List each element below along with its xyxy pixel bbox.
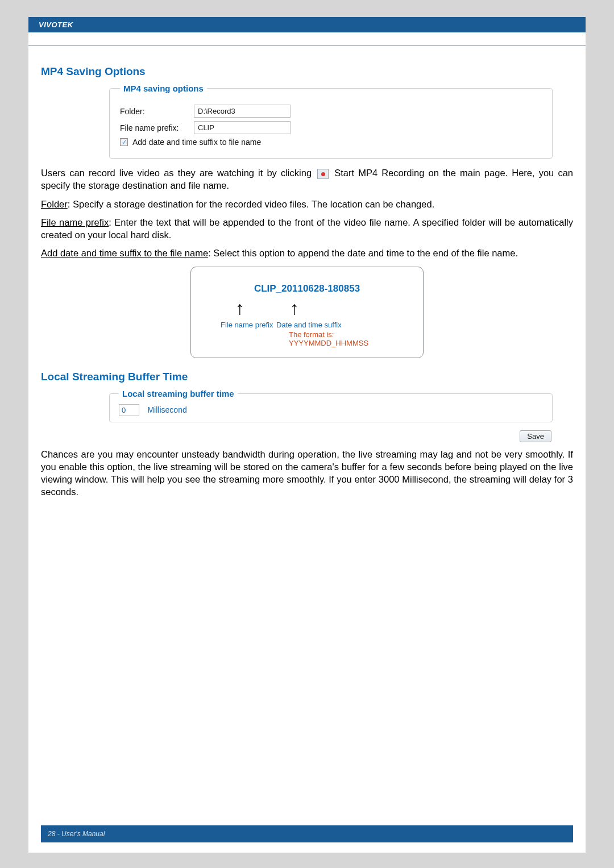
para1-a: Users can record live video as they are … (41, 168, 316, 178)
example-clip-name: CLIP_20110628-180853 (208, 283, 406, 294)
para4-rest: : Select this option to append the date … (208, 248, 518, 258)
para3-u: File name prefix (41, 217, 109, 227)
mp4-options-fieldset: MP4 saving options Folder: File name pre… (109, 84, 553, 159)
example-prefix-label: File name prefix (208, 321, 276, 329)
buffer-unit: Millisecond (147, 405, 186, 414)
add-suffix-label: Add date and time suffix to file name (132, 138, 261, 147)
example-format-label: The format is: YYYYMMDD_HHMMSS (208, 330, 406, 347)
buffer-heading: Local Streaming Buffer Time (41, 371, 573, 383)
buffer-legend: Local streaming buffer time (119, 389, 238, 398)
para-suffix: Add date and time suffix to the file nam… (41, 247, 573, 259)
checkmark-icon: ✓ (122, 139, 127, 146)
mp4-options-legend: MP4 saving options (120, 84, 207, 93)
prefix-row: File name prefix: (120, 121, 542, 134)
para4-u: Add date and time suffix to the file nam… (41, 248, 208, 258)
prefix-label: File name prefix: (120, 123, 194, 132)
save-row: Save (41, 430, 573, 442)
para2-rest: : Specify a storage destination for the … (68, 199, 434, 209)
suffix-row: ✓ Add date and time suffix to file name (120, 138, 542, 147)
save-button[interactable]: Save (520, 430, 551, 442)
footer-bar: 28 - User's Manual (41, 825, 573, 842)
para-buffer: Chances are you may encounter unsteady b… (41, 448, 573, 499)
brand-text: VIVOTEK (39, 20, 73, 29)
footer-text: 28 - User's Manual (48, 830, 105, 838)
prefix-input[interactable] (194, 121, 291, 134)
para-folder: Folder: Specify a storage destination fo… (41, 198, 573, 210)
content-area: MP4 Saving Options MP4 saving options Fo… (28, 46, 586, 499)
filename-example-box: CLIP_20110628-180853 ↑ ↑ File name prefi… (190, 267, 424, 358)
folder-row: Folder: (120, 105, 542, 118)
para-record: Users can record live video as they are … (41, 167, 573, 192)
header-bar: VIVOTEK (28, 17, 586, 32)
folder-label: Folder: (120, 107, 194, 116)
folder-input[interactable] (194, 105, 291, 118)
mp4-options-heading: MP4 Saving Options (41, 65, 573, 78)
buffer-fieldset: Local streaming buffer time Millisecond (109, 389, 553, 422)
example-suffix-label: Date and time suffix (276, 321, 342, 329)
record-icon (317, 169, 329, 179)
para3-rest: : Enter the text that will be appended t… (41, 217, 573, 240)
arrow-up-icon: ↑ (290, 299, 299, 317)
add-suffix-checkbox[interactable]: ✓ (120, 138, 128, 146)
buffer-input[interactable] (119, 404, 139, 416)
para2-u: Folder (41, 199, 68, 209)
example-labels: File name prefix Date and time suffix (208, 321, 406, 329)
arrow-up-icon: ↑ (235, 299, 244, 317)
para-prefix: File name prefix: Enter the text that wi… (41, 216, 573, 242)
page: VIVOTEK MP4 Saving Options MP4 saving op… (28, 17, 586, 853)
example-arrows: ↑ ↑ (208, 299, 406, 317)
